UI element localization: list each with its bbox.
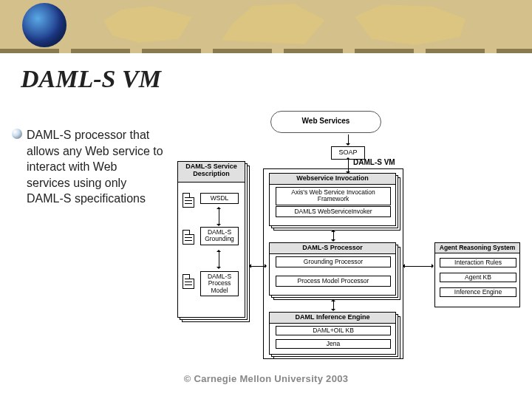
map-decoration (222, 4, 325, 44)
page-icon (183, 193, 194, 208)
agent-inference-box: Inference Engine (440, 287, 516, 297)
inference-title: DAML Inference Engine (270, 313, 395, 324)
body-paragraph: DAML-S processor that allows any Web ser… (27, 127, 163, 207)
bullet-icon (12, 129, 22, 139)
process-model-box: DAML-S Process Model (200, 271, 239, 296)
arrow-icon (403, 266, 433, 267)
kb-box: DAML+OIL KB (276, 326, 391, 335)
arrow-icon (250, 266, 266, 267)
wsdl-box: WSDL (200, 193, 239, 204)
map-decoration (355, 4, 466, 45)
copyright-text: © Carnegie Mellon University 2003 (0, 373, 532, 384)
service-description-title: DAML-S Service Description (178, 162, 245, 183)
pmproc-box: Process Model Processor (276, 276, 391, 287)
slide-title: DAML-S VM (21, 65, 161, 93)
web-services-cloud: Web Services (270, 111, 381, 133)
agent-kb-box: Agent KB (440, 273, 516, 282)
grounding-box: DAML-S Grounding (200, 227, 239, 245)
jena-box: Jena (276, 339, 391, 349)
architecture-diagram: Web Services SOAP DAML-S VM DAML-S Servi… (174, 111, 522, 362)
agent-title: Agent Reasoning System (435, 243, 519, 253)
interaction-rules-box: Interaction Rules (440, 258, 516, 267)
vm-label: DAML-S VM (353, 158, 395, 166)
page-icon (183, 274, 194, 289)
map-decoration (103, 6, 192, 43)
globe-icon (22, 3, 66, 47)
arrow-icon (333, 231, 334, 241)
arrow-icon (333, 300, 334, 310)
page-icon (183, 230, 194, 245)
processor-title: DAML-S Processor (270, 243, 395, 254)
invocation-title: Webservice Invocation (270, 174, 395, 185)
agent-reasoning-box: Agent Reasoning System Interaction Rules… (434, 242, 520, 307)
arrow-icon (219, 250, 219, 268)
grounding-proc-box: Grounding Processor (276, 256, 391, 267)
axis-box: Axis's Web Service Invocation Framework (276, 187, 391, 205)
arrow-icon (348, 134, 349, 145)
invoker-box: DAMLS WebServiceInvoker (276, 206, 391, 217)
header-decoration (0, 0, 532, 53)
arrow-icon (219, 208, 219, 225)
